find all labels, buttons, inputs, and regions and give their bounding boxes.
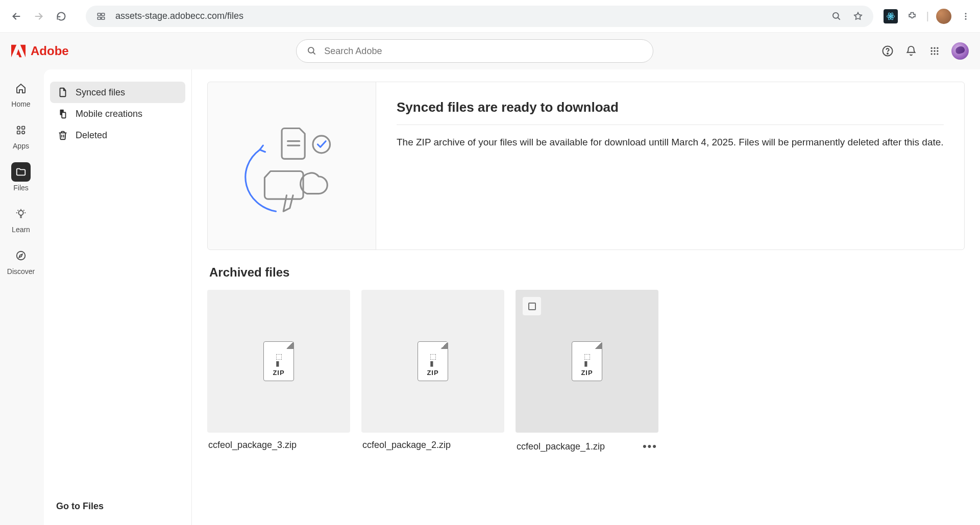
sidebar-item-label: Mobile creations: [76, 109, 142, 119]
svg-rect-0: [97, 13, 101, 16]
banner-description: The ZIP archive of your files will be av…: [397, 135, 944, 150]
svg-point-27: [22, 131, 25, 134]
zip-icon: ⬚▮ ZIP: [572, 341, 602, 381]
zip-label: ZIP: [581, 369, 593, 377]
url-text: assets-stage.adobecc.com/files: [115, 11, 243, 21]
folder-icon: [11, 162, 31, 182]
search-box[interactable]: [296, 39, 653, 63]
zip-label: ZIP: [427, 369, 438, 377]
mobile-creations-icon: [57, 108, 68, 119]
svg-point-24: [17, 127, 20, 130]
file-card[interactable]: ⬚▮ ZIP ccfeol_package_2.zip: [361, 290, 504, 453]
svg-point-34: [312, 136, 330, 153]
back-button[interactable]: [7, 7, 26, 26]
svg-point-28: [18, 211, 23, 215]
file-name: ccfeol_package_1.zip: [517, 441, 605, 452]
compass-icon: [11, 246, 31, 265]
nav-label: Learn: [12, 226, 30, 234]
browser-toolbar: assets-stage.adobecc.com/files |: [0, 0, 980, 33]
brand-text: Adobe: [31, 44, 69, 58]
nav-label: Apps: [13, 142, 29, 150]
adobe-logo[interactable]: Adobe: [11, 44, 69, 58]
browser-profile-avatar[interactable]: [936, 9, 951, 24]
vertical-nav: Home Apps Files Learn Discover: [0, 69, 42, 525]
reload-button[interactable]: [52, 7, 70, 26]
forward-button[interactable]: [30, 7, 48, 26]
svg-point-15: [930, 47, 932, 49]
sidebar-item-label: Deleted: [76, 130, 107, 141]
svg-point-17: [937, 47, 938, 49]
svg-rect-25: [22, 127, 25, 130]
svg-point-29: [17, 252, 26, 260]
nav-home[interactable]: Home: [11, 79, 31, 108]
svg-point-9: [965, 13, 967, 14]
more-actions-button[interactable]: •••: [643, 440, 657, 453]
files-sidebar: Synced files Mobile creations Deleted Go…: [44, 69, 192, 525]
file-name: ccfeol_package_2.zip: [362, 440, 451, 451]
banner-title: Synced files are ready to download: [397, 99, 944, 115]
sidebar-item-synced-files[interactable]: Synced files: [50, 82, 185, 103]
nav-label: Home: [11, 100, 30, 108]
adobe-mark-icon: [11, 44, 26, 58]
zoom-icon[interactable]: [829, 9, 844, 23]
nav-learn[interactable]: Learn: [11, 204, 31, 234]
apps-grid-icon[interactable]: [928, 44, 941, 58]
help-icon[interactable]: [881, 44, 894, 58]
download-banner: Synced files are ready to download The Z…: [207, 82, 965, 250]
notifications-icon[interactable]: [904, 44, 918, 58]
extensions-icon[interactable]: [905, 9, 919, 23]
svg-rect-26: [17, 131, 20, 134]
banner-illustration: [208, 82, 376, 249]
content-panel: Synced files Mobile creations Deleted Go…: [44, 69, 980, 525]
svg-point-10: [965, 15, 967, 17]
file-thumbnail[interactable]: ⬚▮ ZIP: [516, 290, 658, 433]
home-icon: [11, 79, 31, 98]
svg-rect-1: [102, 13, 105, 16]
browser-extensions: |: [884, 9, 973, 24]
nav-files[interactable]: Files: [11, 162, 31, 192]
file-name: ccfeol_package_3.zip: [208, 440, 297, 451]
site-settings-icon[interactable]: [94, 9, 108, 23]
search-icon: [307, 46, 317, 56]
svg-rect-3: [102, 17, 105, 19]
address-bar[interactable]: assets-stage.adobecc.com/files: [86, 6, 873, 27]
app-header: Adobe: [0, 33, 980, 69]
svg-point-18: [930, 50, 932, 52]
svg-point-12: [308, 47, 314, 53]
file-icon: [57, 87, 68, 98]
svg-point-21: [930, 53, 932, 55]
svg-point-4: [833, 12, 839, 18]
sidebar-item-mobile-creations[interactable]: Mobile creations: [50, 103, 185, 124]
archived-files-heading: Archived files: [209, 265, 963, 280]
apps-icon: [11, 120, 31, 140]
nav-apps[interactable]: Apps: [11, 120, 31, 150]
svg-point-14: [887, 53, 888, 54]
svg-point-23: [937, 53, 938, 55]
react-devtools-icon[interactable]: [884, 9, 898, 23]
nav-discover[interactable]: Discover: [7, 246, 35, 276]
go-to-files-link[interactable]: Go to Files: [56, 501, 104, 512]
search-input[interactable]: [324, 46, 643, 57]
browser-menu-icon[interactable]: [959, 9, 973, 23]
bookmark-star-icon[interactable]: [851, 9, 865, 23]
file-card[interactable]: ⬚▮ ZIP ccfeol_package_1.zip •••: [516, 290, 658, 453]
file-card[interactable]: ⬚▮ ZIP ccfeol_package_3.zip: [207, 290, 350, 453]
svg-point-20: [937, 50, 938, 52]
svg-point-16: [934, 47, 935, 49]
user-avatar[interactable]: [951, 42, 969, 60]
svg-point-11: [965, 18, 967, 19]
svg-rect-2: [97, 17, 101, 19]
svg-point-22: [934, 53, 935, 55]
zip-label: ZIP: [273, 369, 284, 377]
svg-rect-31: [62, 112, 65, 118]
file-thumbnail[interactable]: ⬚▮ ZIP: [361, 290, 504, 433]
lightbulb-icon: [11, 204, 31, 223]
nav-label: Files: [13, 184, 29, 192]
file-thumbnail[interactable]: ⬚▮ ZIP: [207, 290, 350, 433]
main-area: Synced files are ready to download The Z…: [192, 69, 980, 525]
sidebar-item-deleted[interactable]: Deleted: [50, 124, 185, 146]
sidebar-item-label: Synced files: [76, 87, 125, 98]
trash-icon: [57, 130, 68, 141]
select-checkbox[interactable]: [523, 297, 541, 315]
zip-icon: ⬚▮ ZIP: [263, 341, 294, 381]
